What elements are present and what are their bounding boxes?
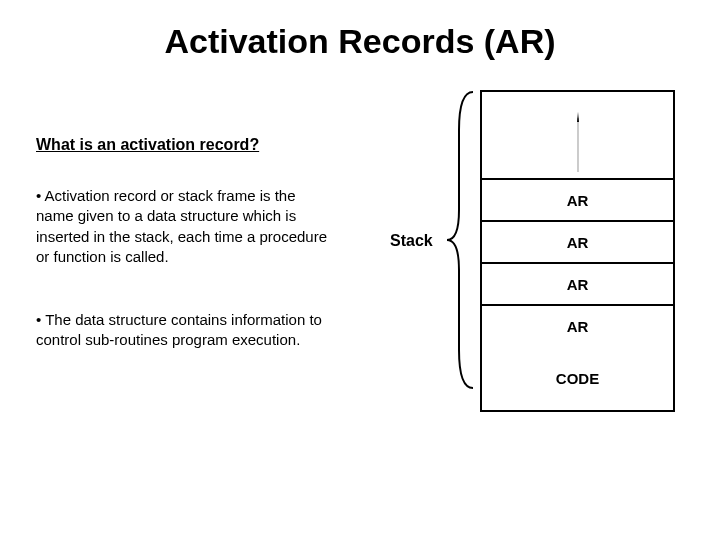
stack-growth-cell — [482, 92, 673, 178]
code-cell: CODE — [482, 346, 673, 410]
ar-cell: AR — [482, 262, 673, 304]
brace-icon — [445, 90, 475, 390]
ar-cell: AR — [482, 304, 673, 346]
bullet-item: • Activation record or stack frame is th… — [36, 186, 336, 267]
ar-cell: AR — [482, 220, 673, 262]
ar-cell: AR — [482, 178, 673, 220]
stack-label: Stack — [390, 232, 433, 250]
page-title: Activation Records (AR) — [0, 22, 720, 61]
arrow-up-icon — [577, 112, 579, 172]
bullet-item: • The data structure contains informatio… — [36, 310, 356, 351]
slide: Activation Records (AR) What is an activ… — [0, 0, 720, 540]
svg-marker-1 — [577, 112, 579, 122]
stack-diagram: AR AR AR AR CODE — [480, 90, 675, 412]
section-heading: What is an activation record? — [36, 136, 259, 154]
